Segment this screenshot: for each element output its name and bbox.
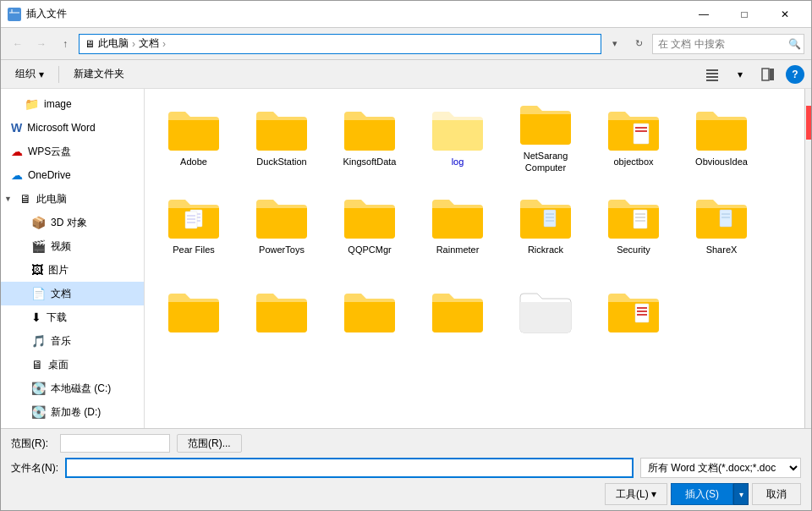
list-item[interactable] — [503, 272, 588, 356]
filename-row: 文件名(N): 所有 Word 文档(*.docx;*.doc 所有文件 (*.… — [11, 458, 801, 478]
refresh-button[interactable]: ↻ — [628, 34, 649, 54]
list-item[interactable]: Rickrack — [503, 184, 588, 268]
sidebar-item-video[interactable]: 🎬 视频 — [1, 234, 144, 258]
organize-arrow-icon: ▾ — [39, 69, 44, 80]
svg-rect-5 — [706, 76, 718, 78]
sidebar-item-3d[interactable]: 📦 3D 对象 — [1, 211, 144, 234]
file-grid: Adobe DuckStation KingsoftData — [145, 89, 804, 428]
folder-icon-address: 🖥 — [85, 38, 95, 50]
help-button[interactable]: ? — [786, 65, 804, 84]
sidebar-item-music[interactable]: 🎵 音乐 — [1, 329, 144, 353]
sidebar-item-photo[interactable]: 🖼 图片 — [1, 258, 144, 282]
file-area: Adobe DuckStation KingsoftData — [145, 89, 811, 428]
path-segment-pc[interactable]: 此电脑 — [98, 36, 129, 51]
organize-label: 组织 — [15, 67, 36, 81]
file-label: log — [452, 156, 464, 168]
folder-icon-r3f4 — [431, 290, 485, 334]
list-item[interactable]: objectbox — [591, 96, 676, 180]
folder-icon-r3f5 — [518, 290, 573, 334]
file-label: ObviousIdea — [695, 156, 748, 168]
back-button[interactable]: ← — [8, 34, 28, 54]
list-item[interactable]: ShareX — [679, 184, 764, 268]
minimize-button[interactable]: — — [684, 1, 723, 28]
sidebar-item-wps[interactable]: ☁ WPS云盘 — [1, 140, 144, 163]
scroll-accent — [804, 89, 811, 428]
view-dropdown-button[interactable]: ▾ — [730, 63, 750, 85]
sidebar-item-download[interactable]: ⬇ 下载 — [1, 305, 144, 329]
sidebar-item-localc[interactable]: 💽 本地磁盘 (C:) — [1, 376, 144, 400]
list-item[interactable]: KingsoftData — [327, 96, 412, 180]
file-label: QQPCMgr — [348, 244, 391, 256]
search-input[interactable] — [658, 38, 785, 50]
maximize-button[interactable]: □ — [725, 1, 764, 28]
list-item[interactable]: QQPCMgr — [327, 184, 412, 268]
range-input[interactable] — [60, 434, 170, 453]
list-item[interactable]: NetSarang Computer — [503, 96, 588, 180]
path-segment-docs[interactable]: 文档 — [139, 36, 159, 51]
forward-button[interactable]: → — [31, 34, 52, 54]
filename-input[interactable] — [65, 458, 634, 478]
sidebar-item-docs[interactable]: 📄 文档 — [1, 282, 144, 305]
toolbar-separator — [58, 66, 59, 83]
list-item[interactable]: log — [415, 96, 500, 180]
list-item[interactable] — [239, 272, 324, 356]
filetype-select[interactable]: 所有 Word 文档(*.docx;*.doc 所有文件 (*.*) — [640, 458, 801, 478]
file-label: Pear Files — [173, 244, 215, 256]
view-list-button[interactable] — [698, 63, 727, 85]
sidebar-item-onedrive[interactable]: ☁ OneDrive — [1, 163, 144, 187]
main-area: 📁 image W Microsoft Word ☁ WPS云盘 ☁ OneDr… — [1, 89, 811, 428]
list-item[interactable] — [591, 272, 676, 356]
range-button[interactable]: 范围(R)... — [177, 434, 242, 453]
up-button[interactable]: ↑ — [55, 34, 75, 54]
onedrive-icon: ☁ — [11, 168, 23, 182]
sidebar-item-desktop[interactable]: 🖥 桌面 — [1, 353, 144, 376]
address-bar: ← → ↑ 🖥 此电脑 › 文档 › ▾ ↻ 🔍 — [1, 28, 811, 60]
title-bar-icon — [8, 8, 21, 21]
list-item[interactable] — [327, 272, 412, 356]
sidebar-item-thispc[interactable]: ▼ 🖥 此电脑 — [1, 187, 144, 211]
sidebar-item-word[interactable]: W Microsoft Word — [1, 116, 144, 140]
title-bar-title: 插入文件 — [26, 7, 67, 21]
docs-icon: 📄 — [31, 287, 46, 300]
list-item[interactable]: Security — [591, 184, 676, 268]
svg-rect-20 — [544, 210, 556, 227]
sidebar-item-newvol[interactable]: 💽 新加卷 (D:) — [1, 400, 144, 424]
folder-icon-adobe — [167, 108, 221, 152]
insert-button[interactable]: 插入(S) — [671, 483, 733, 505]
details-pane-button[interactable] — [754, 63, 782, 85]
file-label: Adobe — [180, 156, 207, 168]
list-item[interactable] — [151, 272, 236, 356]
folder-icon-powertoys — [255, 196, 309, 240]
insert-dropdown-button[interactable]: ▾ — [733, 483, 749, 505]
cancel-button[interactable]: 取消 — [752, 483, 801, 505]
svg-rect-24 — [634, 210, 647, 228]
list-item[interactable]: DuckStation — [239, 96, 324, 180]
list-item[interactable]: ObviousIdea — [679, 96, 764, 180]
folder-icon-pearfiles — [167, 196, 221, 240]
tools-arrow-icon: ▾ — [651, 488, 656, 500]
search-icon: 🔍 — [788, 38, 801, 50]
desktop-icon: 🖥 — [31, 358, 43, 371]
new-folder-button[interactable]: 新建文件夹 — [66, 63, 132, 85]
scroll-accent-bar — [806, 106, 811, 140]
path-dropdown-button[interactable]: ▾ — [605, 34, 625, 54]
list-item[interactable]: PowerToys — [239, 184, 324, 268]
organize-button[interactable]: 组织 ▾ — [8, 63, 52, 85]
list-item[interactable]: Rainmeter — [415, 184, 500, 268]
list-item[interactable]: Adobe — [151, 96, 236, 180]
tools-button[interactable]: 工具(L) ▾ — [605, 483, 667, 505]
list-item[interactable] — [415, 272, 500, 356]
address-path[interactable]: 🖥 此电脑 › 文档 › — [79, 34, 601, 54]
folder-icon-r3f3 — [343, 290, 397, 334]
sidebar: 📁 image W Microsoft Word ☁ WPS云盘 ☁ OneDr… — [1, 89, 145, 428]
sidebar-item-image[interactable]: 📁 image — [1, 92, 144, 116]
folder-icon-netsarang — [518, 102, 573, 146]
close-button[interactable]: ✕ — [765, 1, 804, 28]
view-list-icon — [705, 68, 719, 81]
list-item[interactable]: Pear Files — [151, 184, 236, 268]
file-label: NetSarang Computer — [508, 150, 584, 174]
folder-icon-qqpcmgr — [343, 196, 397, 240]
search-box[interactable]: 🔍 — [652, 34, 804, 54]
svg-rect-31 — [635, 304, 649, 322]
folder-icon-rickrack — [518, 196, 573, 240]
